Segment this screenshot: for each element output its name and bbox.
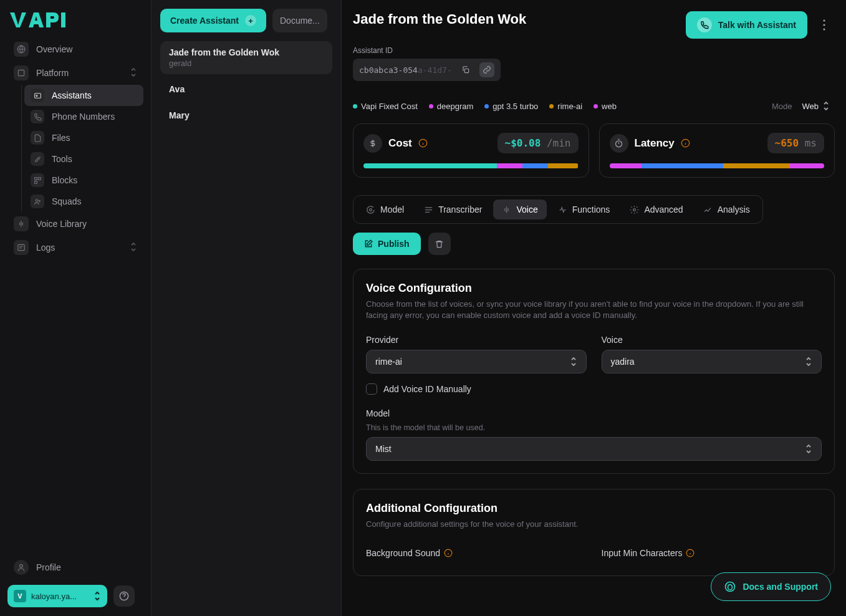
link-id-button[interactable] [479,62,494,77]
nav-phone-numbers[interactable]: Phone Numbers [24,106,143,127]
link-icon [483,65,491,74]
create-assistant-button[interactable]: Create Assistant + [160,9,266,32]
tab-icon [424,205,433,214]
tab-analysis[interactable]: Analysis [695,200,759,219]
min-chars-label: Input Min Characters [602,548,683,558]
nav-files[interactable]: Files [24,127,143,148]
org-name: kaloyan.ya... [31,592,89,601]
latency-card: Latency ~650 ms [599,123,835,178]
nav-platform[interactable]: Platform [7,61,143,85]
assistant-list-item[interactable]: Jade from the Golden Wokgerald [160,41,332,74]
cost-legend: Vapi Fixed Costdeepgramgpt 3.5 turborime… [353,102,617,111]
chevron-updown-icon [805,444,812,454]
copy-id-button[interactable] [458,62,473,77]
legend-dot [429,104,433,108]
svg-point-21 [633,208,636,211]
legend-item: gpt 3.5 turbo [484,102,538,111]
svg-rect-16 [464,69,468,72]
model-label: Model [366,408,822,418]
help-button[interactable] [113,585,135,607]
nav-assistants[interactable]: Assistants [24,85,143,106]
svg-rect-6 [38,177,41,180]
svg-rect-0 [61,12,65,27]
chevron-updown-icon [570,357,577,367]
logo[interactable] [7,9,143,30]
nav-blocks-label: Blocks [52,175,77,185]
squads-icon [31,195,44,208]
voice-select[interactable]: yadira [602,350,822,373]
assistant-list-item[interactable]: Ava [160,78,332,100]
bar-segment [363,163,497,168]
mode-switch[interactable]: Mode Web [772,99,835,113]
profile-label: Profile [36,562,61,572]
provider-value: rime-ai [375,357,402,367]
documentation-button[interactable]: Docume... [272,9,327,32]
nav-phone-label: Phone Numbers [52,112,115,122]
assistant-id-label: Assistant ID [353,46,835,55]
additional-config-desc: Configure additional settings for the vo… [366,519,822,530]
tab-icon [703,205,713,214]
info-icon[interactable] [418,138,428,148]
model-select[interactable]: Mist [366,437,822,461]
nav-logs-label: Logs [36,243,55,253]
phone-icon [697,17,712,32]
talk-with-assistant-button[interactable]: Talk with Assistant [686,11,807,39]
kebab-icon [823,19,825,31]
user-card-icon [31,89,44,102]
globe-icon [14,42,29,57]
assistant-id-pill: cb0abca3-054a-41d7- [353,59,501,81]
legend-label: deepgram [437,102,474,111]
delete-button[interactable] [428,233,451,255]
nav-tools[interactable]: Tools [24,148,143,170]
tab-functions[interactable]: Functions [549,200,619,219]
tab-icon [502,205,511,214]
info-icon[interactable] [686,549,695,557]
trash-icon [435,239,444,249]
nav-logs[interactable]: Logs [7,236,143,259]
profile-link[interactable]: Profile [7,556,143,579]
more-menu-button[interactable] [814,13,835,37]
file-icon [31,131,44,145]
latency-label: Latency [635,137,675,150]
tab-voice[interactable]: Voice [493,200,546,219]
nav-blocks[interactable]: Blocks [24,170,143,191]
publish-button[interactable]: Publish [353,233,421,255]
cost-label: Cost [388,137,412,150]
tab-model[interactable]: Model [357,200,413,219]
latency-bar [610,163,825,168]
nav-voice-library[interactable]: Voice Library [7,212,143,236]
tab-label: Model [380,205,404,214]
assistant-subtitle: gerald [169,59,324,68]
assistant-list: Jade from the Golden WokgeraldAvaMary [160,41,332,127]
org-switcher[interactable]: V kaloyan.ya... [7,585,107,607]
svg-rect-7 [34,181,37,183]
provider-label: Provider [366,335,587,345]
legend-dot [594,104,598,108]
svg-point-9 [39,200,40,201]
tab-transcriber[interactable]: Transcriber [415,200,491,219]
waveform-icon [14,216,29,231]
info-icon[interactable] [681,138,690,148]
info-icon[interactable] [444,549,453,557]
tab-icon [630,205,639,214]
main-panel: Jade from the Golden Wok Talk with Assis… [342,0,846,616]
assistant-list-item[interactable]: Mary [160,104,332,127]
provider-select[interactable]: rime-ai [366,350,587,373]
nav-overview-label: Overview [36,44,72,54]
nav-squads[interactable]: Squads [24,191,143,212]
cost-value: ~$0.08 /min [498,133,579,153]
chevron-updown-icon [805,357,812,367]
docs-support-button[interactable]: Docs and Support [711,572,831,601]
latency-value: ~650 ms [767,133,824,153]
nav-voice-library-label: Voice Library [36,219,87,229]
bar-segment [790,163,824,168]
nav-tools-label: Tools [52,154,72,164]
bar-segment [642,163,723,168]
svg-point-11 [20,564,23,567]
phone-icon [31,110,44,123]
manual-voice-id-checkbox[interactable] [366,383,377,395]
tab-advanced[interactable]: Advanced [621,200,691,219]
svg-point-8 [36,199,37,201]
mode-label: Mode [772,102,792,111]
nav-overview[interactable]: Overview [7,37,143,61]
